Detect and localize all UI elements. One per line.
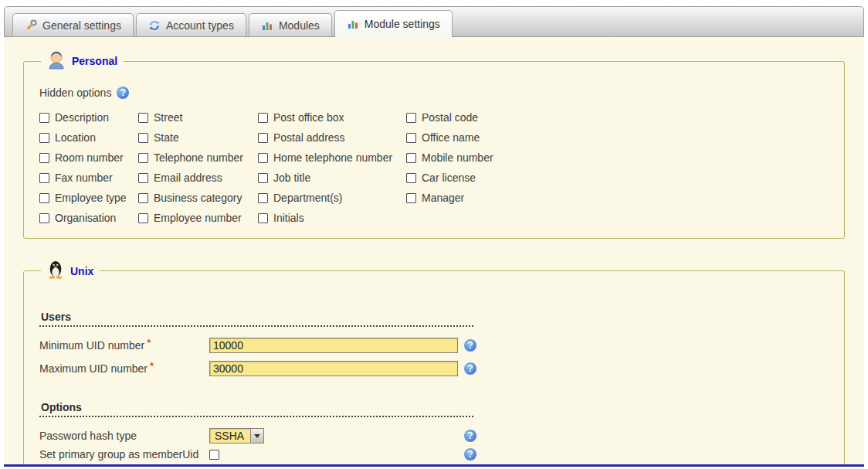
password-hash-select[interactable]: SSHA bbox=[209, 428, 264, 444]
checkbox[interactable] bbox=[258, 113, 268, 123]
hidden-option-postal-code[interactable]: Postal code bbox=[406, 111, 830, 124]
hidden-option-departments[interactable]: Department(s) bbox=[258, 192, 406, 204]
checkbox[interactable] bbox=[39, 113, 49, 123]
help-icon[interactable] bbox=[464, 339, 476, 352]
hidden-option-initials[interactable]: Initials bbox=[258, 212, 406, 224]
tab-account-types[interactable]: Account types bbox=[136, 13, 246, 36]
hidden-option-manager[interactable]: Manager bbox=[406, 192, 830, 204]
chevron-down-icon[interactable] bbox=[250, 429, 263, 443]
hidden-option-office-name[interactable]: Office name bbox=[406, 131, 830, 144]
hidden-option-business-category[interactable]: Business category bbox=[138, 192, 258, 204]
checkbox[interactable] bbox=[39, 133, 49, 143]
option-label: State bbox=[154, 131, 179, 144]
option-label: Employee number bbox=[154, 212, 242, 224]
hidden-options-label: Hidden options bbox=[39, 87, 111, 99]
help-icon[interactable] bbox=[464, 448, 476, 461]
checkbox[interactable] bbox=[258, 173, 268, 183]
tab-general-settings[interactable]: General settings bbox=[12, 13, 134, 36]
checkbox[interactable] bbox=[406, 113, 416, 123]
member-uid-checkbox[interactable] bbox=[209, 450, 219, 460]
maximum-uid-label-cell: Maximum UID number * bbox=[39, 362, 209, 375]
option-label: Home telephone number bbox=[273, 151, 392, 164]
checkbox[interactable] bbox=[258, 153, 268, 163]
checkbox[interactable] bbox=[138, 153, 148, 163]
hidden-option-email-address[interactable]: Email address bbox=[138, 172, 258, 184]
tux-penguin-icon bbox=[47, 259, 64, 283]
option-label: Organisation bbox=[55, 212, 116, 224]
checkbox[interactable] bbox=[138, 173, 148, 183]
option-label: Car license bbox=[422, 172, 476, 184]
option-label: Business category bbox=[154, 192, 242, 204]
checkbox[interactable] bbox=[138, 193, 148, 203]
hidden-option-room-number[interactable]: Room number bbox=[39, 151, 138, 164]
hidden-option-description[interactable]: Description bbox=[39, 111, 138, 124]
checkbox[interactable] bbox=[39, 153, 49, 163]
personal-legend: Personal bbox=[41, 49, 124, 73]
hidden-options-row: Hidden options bbox=[39, 87, 830, 99]
checkbox[interactable] bbox=[39, 173, 49, 183]
checkbox[interactable] bbox=[406, 153, 416, 163]
option-label: Office name bbox=[422, 131, 480, 144]
member-uid-label: Set primary group as memberUid bbox=[39, 448, 209, 461]
hidden-option-job-title[interactable]: Job title bbox=[258, 172, 406, 184]
personal-legend-label: Personal bbox=[72, 55, 117, 67]
option-label: Job title bbox=[273, 172, 310, 184]
wrench-icon bbox=[25, 19, 37, 32]
hidden-option-home-telephone-number[interactable]: Home telephone number bbox=[258, 151, 406, 164]
tab-modules[interactable]: Modules bbox=[249, 13, 332, 36]
tab-module-settings[interactable]: Module settings bbox=[334, 10, 453, 37]
checkbox[interactable] bbox=[39, 213, 49, 223]
hidden-option-telephone-number[interactable]: Telephone number bbox=[138, 151, 258, 164]
module-settings-content: Personal Hidden options Description Stre… bbox=[4, 37, 864, 467]
password-hash-row: Password hash type SSHA bbox=[39, 428, 830, 444]
password-hash-selected-value: SSHA bbox=[210, 429, 250, 443]
checkbox[interactable] bbox=[138, 213, 148, 223]
checkbox[interactable] bbox=[406, 193, 416, 203]
tab-bar: General settings Account types bbox=[4, 6, 864, 37]
options-section-heading: Options bbox=[39, 401, 473, 417]
maximum-uid-ctrl bbox=[209, 361, 464, 376]
required-marker: * bbox=[147, 337, 151, 348]
modules-icon bbox=[261, 19, 273, 32]
unix-legend-label: Unix bbox=[70, 265, 93, 277]
hidden-option-employee-number[interactable]: Employee number bbox=[138, 212, 258, 224]
person-icon bbox=[47, 49, 66, 73]
hidden-option-mobile-number[interactable]: Mobile number bbox=[406, 151, 830, 164]
hidden-option-car-license[interactable]: Car license bbox=[406, 172, 830, 184]
maximum-uid-input[interactable] bbox=[209, 361, 458, 376]
help-icon[interactable] bbox=[464, 362, 476, 375]
hidden-option-location[interactable]: Location bbox=[39, 131, 138, 144]
lam-settings-page: General settings Account types bbox=[0, 0, 868, 469]
checkbox[interactable] bbox=[258, 213, 268, 223]
maximum-uid-label: Maximum UID number bbox=[39, 362, 147, 375]
help-icon[interactable] bbox=[464, 430, 476, 442]
hidden-option-organisation[interactable]: Organisation bbox=[39, 212, 138, 224]
hidden-options-grid: Description Street Post office box Posta… bbox=[39, 111, 830, 224]
hidden-option-post-office-box[interactable]: Post office box bbox=[258, 111, 406, 124]
minimum-uid-ctrl bbox=[209, 338, 464, 353]
member-uid-row: Set primary group as memberUid bbox=[39, 448, 830, 461]
option-label: Telephone number bbox=[154, 151, 243, 164]
hidden-option-state[interactable]: State bbox=[138, 131, 258, 144]
checkbox[interactable] bbox=[258, 133, 268, 143]
minimum-uid-label-cell: Minimum UID number * bbox=[39, 339, 209, 352]
member-uid-ctrl bbox=[209, 450, 464, 460]
checkbox[interactable] bbox=[138, 113, 148, 123]
unix-legend: Unix bbox=[41, 259, 100, 283]
checkbox[interactable] bbox=[39, 193, 49, 203]
option-label: Location bbox=[55, 131, 96, 144]
hidden-option-street[interactable]: Street bbox=[138, 111, 258, 124]
checkbox[interactable] bbox=[406, 173, 416, 183]
help-icon[interactable] bbox=[117, 87, 129, 99]
minimum-uid-input[interactable] bbox=[209, 338, 458, 353]
tab-label: Modules bbox=[279, 19, 320, 32]
maximum-uid-row: Maximum UID number * bbox=[39, 361, 830, 376]
hidden-option-fax-number[interactable]: Fax number bbox=[39, 172, 138, 184]
checkbox[interactable] bbox=[138, 133, 148, 143]
tab-label: Module settings bbox=[364, 18, 440, 30]
hidden-option-postal-address[interactable]: Postal address bbox=[258, 131, 406, 144]
checkbox[interactable] bbox=[406, 133, 416, 143]
checkbox[interactable] bbox=[258, 193, 268, 203]
option-label: Department(s) bbox=[273, 192, 342, 204]
hidden-option-employee-type[interactable]: Employee type bbox=[39, 192, 138, 204]
